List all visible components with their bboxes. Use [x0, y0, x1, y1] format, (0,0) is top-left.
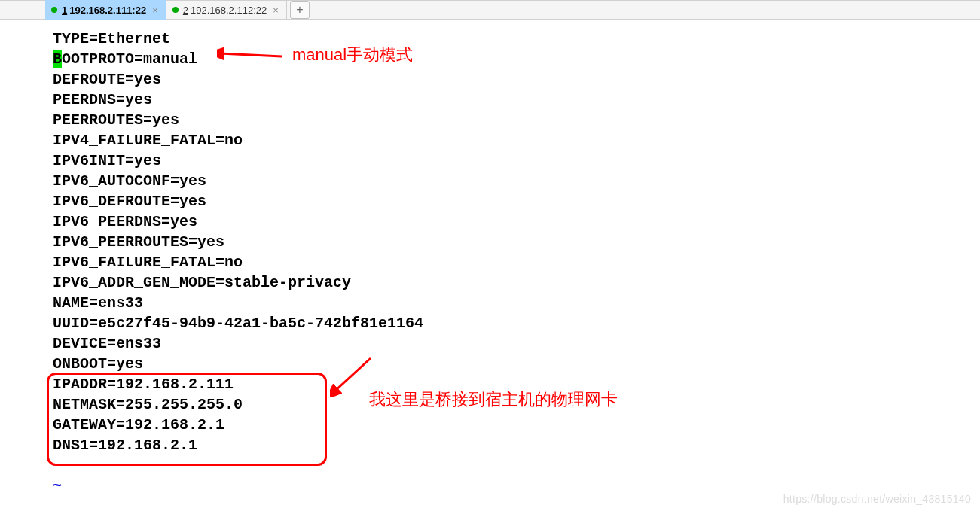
status-dot-icon [51, 7, 57, 13]
config-line: IPV4_FAILURE_FATAL=no [53, 130, 980, 151]
tab-1[interactable]: 1192.168.2.111:22 × [45, 0, 166, 20]
config-line: DNS1=192.168.2.1 [53, 435, 980, 455]
config-line: NAME=ens33 [53, 293, 980, 313]
config-line: IPV6_DEFROUTE=yes [53, 191, 980, 211]
config-line: IPV6INIT=yes [53, 151, 980, 171]
config-line: IPV6_PEERROUTES=yes [53, 232, 980, 252]
status-dot-icon [172, 7, 179, 13]
tab-2-label: 2192.168.2.112:22 [183, 5, 267, 16]
config-line: BOOTPROTO=manual [53, 49, 980, 69]
close-icon[interactable]: × [151, 5, 160, 15]
annotation-bridge: 我这里是桥接到宿主机的物理网卡 [369, 388, 618, 411]
config-line: TYPE=Ethernet [53, 29, 980, 49]
tab-bar: 1192.168.2.111:22 × 2192.168.2.112:22 × … [0, 0, 980, 20]
config-line: GATEWAY=192.168.2.1 [53, 415, 980, 435]
config-line: IPV6_AUTOCONF=yes [53, 171, 980, 191]
add-tab-button[interactable]: + [290, 1, 310, 19]
vim-tilde: ~ [53, 455, 980, 476]
config-line: IPV6_PEERDNS=yes [53, 211, 980, 232]
config-line: DEVICE=ens33 [53, 333, 980, 354]
config-line: UUID=e5c27f45-94b9-42a1-ba5c-742bf81e116… [53, 313, 980, 333]
terminal-area[interactable]: TYPE=Ethernet BOOTPROTO=manual DEFROUTE=… [0, 20, 980, 511]
config-line: PEERDNS=yes [53, 90, 980, 110]
close-icon[interactable]: × [271, 5, 280, 15]
watermark: https://blog.csdn.net/weixin_43815140 [783, 493, 971, 505]
cursor: B [53, 50, 62, 68]
editor-content: TYPE=Ethernet BOOTPROTO=manual DEFROUTE=… [0, 20, 980, 496]
config-line: IPV6_ADDR_GEN_MODE=stable-privacy [53, 272, 980, 293]
config-line: DEFROUTE=yes [53, 69, 980, 90]
config-line: IPV6_FAILURE_FATAL=no [53, 252, 980, 272]
tab-1-label: 1192.168.2.111:22 [62, 5, 146, 16]
config-line: PEERROUTES=yes [53, 110, 980, 130]
config-line: ONBOOT=yes [53, 354, 980, 374]
tab-2[interactable]: 2192.168.2.112:22 × [166, 0, 287, 20]
annotation-manual: manual手动模式 [292, 44, 413, 66]
